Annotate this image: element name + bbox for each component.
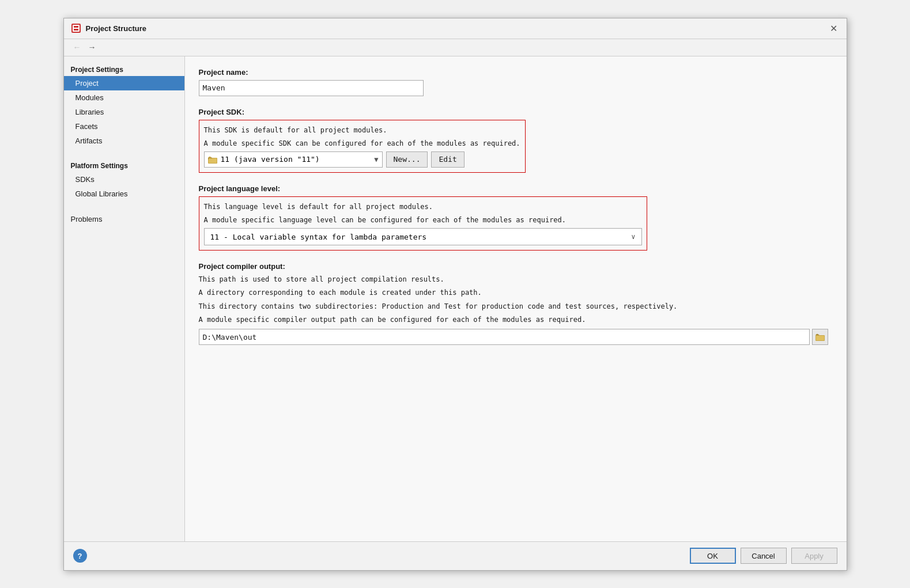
help-button[interactable]: ? [73,549,87,563]
title-bar-left: Project Structure [71,23,146,33]
svg-rect-1 [73,25,80,32]
apply-button[interactable]: Apply [791,548,837,564]
sidebar-item-project[interactable]: Project [64,76,184,90]
lang-desc-line1: This language level is default for all p… [204,202,642,213]
sdk-desc-line2: A module specific SDK can be configured … [204,138,520,149]
content-panel: Project name: Project SDK: This SDK is d… [185,56,847,541]
sidebar: Project Settings Project Modules Librari… [64,56,185,541]
sdk-new-button[interactable]: New... [386,151,428,168]
lang-dropdown-arrow: ∨ [631,233,635,241]
compiler-desc-line3: This directory contains two subdirectori… [199,301,833,312]
compiler-desc-line1: This path is used to store all project c… [199,274,833,285]
svg-rect-8 [816,336,824,340]
lang-dropdown-wrapper: 11 - Local variable syntax for lambda pa… [204,228,642,245]
app-icon [71,23,81,33]
sidebar-item-global-libraries[interactable]: Global Libraries [64,187,184,201]
sidebar-item-modules[interactable]: Modules [64,90,184,105]
svg-rect-6 [209,158,217,163]
project-settings-section-label: Project Settings [64,61,184,76]
folder-browse-icon [815,333,825,341]
sdk-dropdown[interactable]: 11 (java version "11") ▼ [204,151,383,168]
sdk-edit-button[interactable]: Edit [431,151,464,168]
forward-button[interactable]: → [86,41,99,53]
nav-bar: ← → [64,39,847,56]
cancel-button[interactable]: Cancel [741,548,787,564]
platform-settings-section-label: Platform Settings [64,157,184,172]
close-button[interactable]: ✕ [828,22,840,34]
sidebar-item-sdks[interactable]: SDKs [64,172,184,187]
sidebar-item-problems[interactable]: Problems [64,210,184,226]
svg-rect-3 [74,29,78,31]
title-bar: Project Structure ✕ [64,18,847,39]
sdk-row: 11 (java version "11") ▼ New... Edit [204,151,520,168]
back-button[interactable]: ← [71,41,84,53]
sidebar-item-libraries[interactable]: Libraries [64,105,184,119]
project-structure-dialog: Project Structure ✕ ← → Project Settings… [63,18,847,571]
sdk-selected-value: 11 (java version "11") [221,155,371,164]
project-name-input[interactable] [199,80,424,96]
compiler-output-row [199,329,833,345]
ok-button[interactable]: OK [690,548,736,564]
sdk-dropdown-arrow: ▼ [374,155,378,164]
language-level-section: This language level is default for all p… [199,196,647,251]
compiler-output-input[interactable] [199,329,810,345]
lang-desc-line2: A module specific language level can be … [204,215,642,226]
project-name-label: Project name: [199,68,833,77]
compiler-desc-line2: A directory corresponding to each module… [199,287,833,298]
sdk-desc-line1: This SDK is default for all project modu… [204,125,520,136]
lang-dropdown[interactable]: 11 - Local variable syntax for lambda pa… [204,228,642,245]
lang-selected-value: 11 - Local variable syntax for lambda pa… [210,233,632,241]
sdk-section: This SDK is default for all project modu… [199,120,526,173]
project-sdk-label: Project SDK: [199,108,833,116]
bottom-bar: ? OK Cancel Apply [64,541,847,570]
project-compiler-output-label: Project compiler output: [199,262,833,271]
bottom-right: OK Cancel Apply [690,548,837,564]
main-content: Project Settings Project Modules Librari… [64,56,847,541]
compiler-output-browse-button[interactable] [812,329,828,345]
sdk-folder-icon [208,155,217,164]
compiler-desc-line4: A module specific compiler output path c… [199,314,833,325]
sidebar-item-facets[interactable]: Facets [64,119,184,134]
project-language-level-label: Project language level: [199,184,833,193]
dialog-title: Project Structure [86,24,146,33]
svg-rect-2 [74,26,78,28]
bottom-left: ? [73,549,87,563]
sidebar-item-artifacts[interactable]: Artifacts [64,134,184,148]
